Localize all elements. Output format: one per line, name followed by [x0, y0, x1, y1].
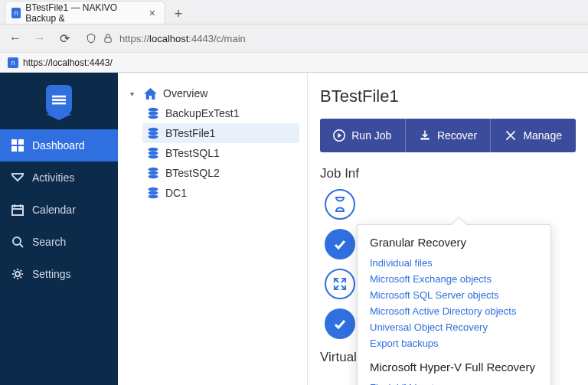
- full-recovery-heading: Microsoft Hyper-V Full Recovery: [370, 361, 538, 374]
- svg-rect-4: [11, 139, 17, 145]
- tab-title: BTestFile1 — NAKIVO Backup &: [25, 2, 142, 24]
- manage-button[interactable]: Manage: [490, 119, 576, 152]
- back-button[interactable]: ←: [8, 31, 23, 45]
- url-field[interactable]: https://localhost:4443/c/main: [81, 33, 580, 44]
- nav-calendar[interactable]: Calendar: [0, 194, 118, 226]
- svg-point-24: [149, 191, 158, 195]
- stack-icon: [147, 127, 159, 139]
- svg-point-9: [13, 237, 21, 245]
- hourglass-tile-icon: [325, 189, 355, 220]
- play-icon: [333, 129, 345, 142]
- dd-export-backups[interactable]: Export backups: [370, 335, 538, 351]
- tab-close-icon[interactable]: ×: [146, 7, 158, 19]
- check-tile-icon: [325, 229, 355, 259]
- download-icon: [419, 129, 431, 142]
- tree-item[interactable]: BTestSQL1: [142, 143, 299, 163]
- job-tree: ▾ Overview BackupExTest1 BTestFile1: [118, 73, 308, 385]
- app-logo: [0, 79, 118, 129]
- svg-rect-2: [52, 99, 66, 101]
- svg-point-12: [149, 112, 158, 116]
- tree-item-label: DC1: [165, 187, 187, 199]
- calendar-icon: [11, 203, 24, 217]
- dd-exchange-objects[interactable]: Microsoft Exchange objects: [370, 271, 538, 287]
- tree-root[interactable]: ▾ Overview: [126, 83, 299, 103]
- svg-point-22: [149, 175, 158, 178]
- stack-icon: [147, 187, 159, 199]
- page-title: BTestFile1: [320, 86, 576, 106]
- tree-item-label: BTestFile1: [165, 127, 215, 139]
- main-panel: BTestFile1 Run Job Recover Manage: [308, 73, 588, 385]
- bookmarks-bar: n https://localhost:4443/: [0, 52, 588, 72]
- stack-icon: [147, 147, 159, 159]
- nav-label: Dashboard: [32, 139, 85, 152]
- svg-point-25: [149, 194, 158, 198]
- bookmark-favicon-icon: n: [8, 57, 18, 68]
- svg-rect-6: [11, 146, 17, 152]
- tools-icon: [505, 129, 517, 142]
- tree-item-label: BTestSQL2: [165, 167, 220, 179]
- run-job-label: Run Job: [351, 129, 391, 142]
- stack-icon: [147, 107, 159, 119]
- nav-dashboard[interactable]: Dashboard: [0, 129, 118, 162]
- recover-button[interactable]: Recover: [405, 119, 491, 152]
- tree-item-label: BTestSQL1: [165, 147, 220, 159]
- caret-down-icon: ▾: [130, 90, 138, 98]
- action-bar: Run Job Recover Manage: [320, 119, 576, 152]
- svg-point-18: [149, 152, 158, 155]
- svg-point-23: [149, 188, 158, 191]
- tab-favicon-icon: n: [11, 8, 21, 18]
- url-text: https://localhost:4443/c/main: [119, 33, 246, 44]
- svg-rect-7: [18, 146, 24, 152]
- stack-icon: [147, 167, 159, 179]
- home-icon: [144, 88, 157, 100]
- run-job-button[interactable]: Run Job: [320, 119, 405, 152]
- recover-dropdown: Granular Recovery Individual files Micro…: [357, 224, 551, 385]
- svg-point-20: [149, 168, 158, 171]
- nav-settings[interactable]: Settings: [0, 258, 118, 290]
- search-icon: [11, 235, 24, 249]
- manage-label: Manage: [523, 129, 562, 142]
- svg-point-21: [149, 171, 158, 175]
- shield-icon: [86, 33, 96, 44]
- svg-point-17: [149, 148, 158, 152]
- browser-tab[interactable]: n BTestFile1 — NAKIVO Backup & ×: [5, 1, 165, 24]
- recover-label: Recover: [437, 129, 477, 142]
- side-nav: Dashboard Activities Calendar Search Set…: [0, 73, 118, 385]
- svg-point-14: [149, 128, 158, 132]
- browser-chrome: n BTestFile1 — NAKIVO Backup & × + ← → ⟳…: [0, 0, 588, 73]
- nav-label: Settings: [32, 268, 71, 280]
- nav-label: Activities: [32, 171, 74, 184]
- dd-sql-objects[interactable]: Microsoft SQL Server objects: [370, 287, 538, 303]
- bookmark-item[interactable]: https://localhost:4443/: [23, 57, 113, 68]
- tree-item-label: BackupExTest1: [165, 107, 240, 119]
- svg-point-16: [149, 135, 158, 139]
- settings-icon: [11, 267, 24, 281]
- dd-individual-files[interactable]: Individual files: [370, 255, 538, 271]
- check-tile-icon: [325, 308, 355, 339]
- dashboard-icon: [11, 139, 24, 152]
- forward-button[interactable]: →: [32, 31, 47, 45]
- tree-item[interactable]: BTestFile1: [142, 123, 299, 143]
- shield-logo-icon: [46, 85, 72, 116]
- nav-search[interactable]: Search: [0, 226, 118, 258]
- reload-button[interactable]: ⟳: [57, 31, 72, 46]
- dd-flash-vm-boot[interactable]: Flash VM boot: [370, 380, 538, 385]
- tab-bar: n BTestFile1 — NAKIVO Backup & × +: [0, 0, 588, 24]
- svg-point-15: [149, 132, 158, 135]
- dd-universal-recovery[interactable]: Universal Object Recovery: [370, 319, 538, 335]
- nav-activities[interactable]: Activities: [0, 162, 118, 194]
- granular-recovery-heading: Granular Recovery: [370, 236, 538, 249]
- svg-rect-5: [18, 139, 24, 145]
- svg-point-13: [149, 115, 158, 119]
- activities-icon: [11, 171, 24, 184]
- tree-root-label: Overview: [163, 87, 207, 100]
- svg-rect-0: [105, 38, 111, 42]
- new-tab-button[interactable]: +: [168, 4, 188, 24]
- tree-item[interactable]: BackupExTest1: [142, 103, 299, 123]
- tree-item[interactable]: BTestSQL2: [142, 163, 299, 183]
- svg-point-10: [15, 272, 20, 276]
- svg-point-19: [149, 155, 158, 158]
- status-tiles: [325, 189, 358, 339]
- tree-item[interactable]: DC1: [142, 183, 299, 203]
- dd-ad-objects[interactable]: Microsoft Active Directory objects: [370, 303, 538, 319]
